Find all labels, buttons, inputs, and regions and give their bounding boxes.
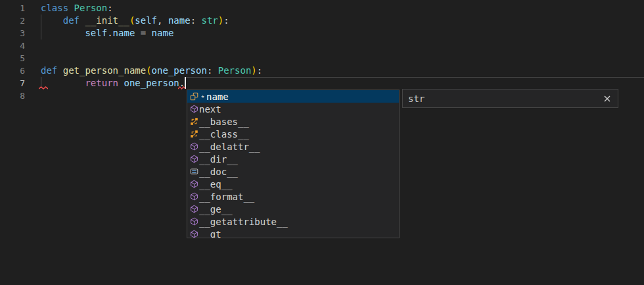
- method-icon: [189, 205, 199, 213]
- suggestion-label: __format__: [199, 192, 254, 202]
- suggestion-label: __getattribute__: [199, 217, 288, 227]
- indent-guide: [41, 14, 41, 39]
- field-icon: [189, 92, 199, 101]
- code-line: class Person:: [41, 2, 262, 14]
- suggestion-label: __doc__: [199, 167, 238, 177]
- suggestion-item[interactable]: __bases__: [187, 115, 399, 128]
- method-icon: [189, 105, 199, 113]
- class-icon: [189, 130, 199, 138]
- line-number: 5: [0, 52, 25, 65]
- code-line: self.name = name: [41, 27, 262, 39]
- suggestion-item[interactable]: __doc__: [187, 165, 399, 178]
- constant-icon: [189, 167, 199, 176]
- line-number: 7: [0, 77, 25, 90]
- method-icon: [189, 155, 199, 163]
- code-editor[interactable]: 12345678 class Person: def __init__(self…: [0, 0, 644, 285]
- method-icon: [189, 192, 199, 201]
- suggestion-item[interactable]: __dir__: [187, 153, 399, 165]
- suggestion-item[interactable]: __delattr__: [187, 140, 399, 153]
- error-squiggle: [39, 86, 48, 90]
- suggestion-label: __class__: [199, 129, 249, 140]
- error-squiggle: [178, 86, 185, 90]
- suggestion-label: __gt__: [199, 229, 233, 239]
- suggestion-label: __delattr__: [199, 142, 260, 152]
- line-number: 4: [0, 39, 25, 52]
- suggestion-label: __eq__: [199, 179, 233, 190]
- suggest-widget: ★namenext__bases____class____delattr____…: [187, 90, 400, 238]
- suggestion-item[interactable]: __format__: [187, 190, 399, 203]
- suggestion-item[interactable]: __ge__: [187, 203, 399, 215]
- suggestion-label: __bases__: [199, 117, 249, 127]
- class-icon: [189, 117, 199, 126]
- line-number: 1: [0, 2, 25, 14]
- suggestion-item[interactable]: __class__: [187, 128, 399, 140]
- suggestion-label: name: [206, 91, 229, 102]
- method-icon: [189, 180, 199, 188]
- code-line: return one_person.: [41, 77, 262, 90]
- suggest-details-text: str: [408, 93, 603, 104]
- suggestion-item[interactable]: __eq__: [187, 178, 399, 190]
- suggestion-label: __ge__: [199, 204, 233, 215]
- suggestion-item[interactable]: ★name: [187, 90, 399, 103]
- intellicode-star-icon: ★: [199, 90, 206, 103]
- suggest-details-close-button[interactable]: [603, 95, 611, 103]
- close-icon: [604, 95, 610, 102]
- suggest-details-panel: str: [402, 89, 618, 108]
- suggestion-label: __dir__: [199, 154, 238, 165]
- method-icon: [189, 142, 199, 151]
- line-number: 3: [0, 27, 25, 39]
- method-icon: [189, 217, 199, 226]
- code-line: [41, 52, 262, 65]
- line-number: 2: [0, 14, 25, 27]
- suggestion-label: next: [199, 104, 221, 115]
- gutter: 12345678: [0, 2, 25, 102]
- suggestion-item[interactable]: next: [187, 103, 399, 115]
- line-number: 6: [0, 65, 25, 77]
- code-line: def get_person_name(one_person: Person):: [41, 65, 262, 77]
- line-number: 8: [0, 90, 25, 102]
- suggestion-item[interactable]: __getattribute__: [187, 215, 399, 228]
- current-line-border: [185, 77, 644, 78]
- method-icon: [189, 230, 199, 238]
- suggestion-item[interactable]: __gt__: [187, 228, 399, 238]
- code-line: [41, 39, 262, 52]
- code-area: class Person: def __init__(self, name: s…: [41, 2, 262, 102]
- code-line: def __init__(self, name: str):: [41, 14, 262, 27]
